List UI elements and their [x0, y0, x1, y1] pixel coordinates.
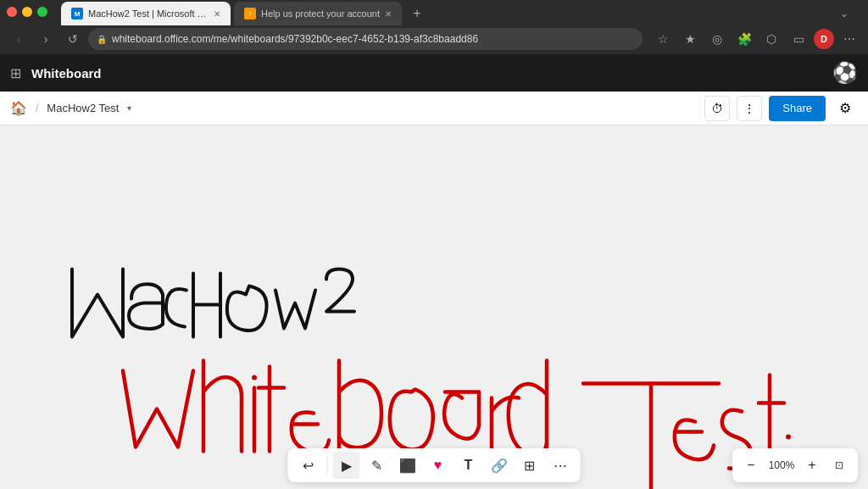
url-input[interactable]: 🔒 whiteboard.office.com/me/whiteboards/9… [88, 28, 643, 50]
app-header: ⊞ Whiteboard ⚽ [0, 54, 868, 92]
extension2-button[interactable]: ⬡ [760, 27, 783, 51]
traffic-lights [7, 7, 47, 17]
minimize-traffic-light[interactable] [22, 7, 32, 17]
breadcrumb-text[interactable]: MacHow2 Test [47, 102, 119, 114]
whiteboard-canvas[interactable] [0, 125, 868, 489]
favorites-button[interactable]: ★ [678, 27, 702, 51]
fit-screen-button[interactable]: ⊡ [827, 453, 851, 477]
drawing-surface [0, 125, 868, 489]
toolbar-divider-1 [327, 457, 328, 474]
share-button[interactable]: Share [769, 96, 826, 121]
zoom-level: 100% [766, 459, 797, 471]
lock-icon: 🔒 [97, 35, 107, 44]
app-grid-icon[interactable]: ⊞ [10, 65, 21, 81]
more-options-button[interactable]: ⋮ [737, 96, 762, 121]
bottom-toolbar: ↩ ▶ ✎ ⬛ ♥ T 🔗 ⊞ ⋯ [288, 448, 581, 482]
tab-title: MacHow2 Test | Microsoft Wh... [88, 8, 209, 19]
home-icon[interactable]: 🏠 [10, 100, 27, 116]
forward-button[interactable]: › [34, 27, 58, 51]
breadcrumb-separator: / [36, 103, 38, 114]
bookmark-button[interactable]: ☆ [651, 27, 675, 51]
url-text: whiteboard.office.com/me/whiteboards/973… [112, 33, 478, 45]
close-traffic-light[interactable] [7, 7, 17, 17]
collections-button[interactable]: ◎ [705, 27, 729, 51]
extensions-button[interactable]: 🧩 [732, 27, 756, 51]
svg-point-0 [252, 375, 257, 381]
app-header-right: ⚽ [832, 61, 858, 85]
new-tab-button[interactable]: + [405, 2, 429, 25]
zoom-in-button[interactable]: + [800, 453, 824, 477]
heart-button[interactable]: ♥ [425, 452, 452, 479]
back-button[interactable]: ‹ [7, 27, 31, 51]
sub-header: 🏠 / MacHow2 Test ▾ ⏱ ⋮ Share ⚙ [0, 92, 868, 125]
tab-more-button[interactable]: ⌄ [834, 2, 854, 25]
tab2-favicon: ! [244, 8, 256, 19]
select-tool-button[interactable]: ▶ [333, 452, 360, 479]
table-button[interactable]: ⊞ [516, 452, 543, 479]
profile-avatar[interactable]: ⚽ [832, 61, 858, 84]
history-button[interactable]: ⏱ [704, 96, 730, 121]
tab2-close-icon[interactable]: ✕ [385, 9, 392, 19]
app-title: Whiteboard [31, 66, 102, 81]
zoom-out-button[interactable]: − [739, 453, 763, 477]
zoom-controls: − 100% + ⊡ [732, 448, 858, 482]
tab-close-icon[interactable]: ✕ [214, 9, 220, 19]
active-tab[interactable]: M MacHow2 Test | Microsoft Wh... ✕ [61, 2, 231, 25]
more-tools-button[interactable]: ⋯ [547, 452, 574, 479]
address-bar: ‹ › ↺ 🔒 whiteboard.office.com/me/whitebo… [0, 24, 868, 54]
svg-point-1 [786, 435, 791, 440]
link-button[interactable]: 🔗 [486, 452, 513, 479]
undo-button[interactable]: ↩ [295, 452, 322, 479]
settings-button[interactable]: ⚙ [832, 96, 858, 121]
sticky-note-button[interactable]: ⬛ [394, 452, 421, 479]
tab-favicon: M [71, 8, 83, 19]
inactive-tab[interactable]: ! Help us protect your account ✕ [234, 2, 402, 25]
breadcrumb-chevron-icon[interactable]: ▾ [127, 103, 131, 113]
refresh-button[interactable]: ↺ [61, 27, 85, 51]
text-tool-button[interactable]: T [455, 452, 482, 479]
maximize-traffic-light[interactable] [37, 7, 47, 17]
canvas-area[interactable]: ↩ ▶ ✎ ⬛ ♥ T 🔗 ⊞ ⋯ − 100% + ⊡ [0, 125, 868, 489]
profile-button[interactable]: D [814, 29, 834, 49]
pen-tool-button[interactable]: ✎ [364, 452, 391, 479]
split-view-button[interactable]: ▭ [787, 27, 810, 51]
browser-more-button[interactable]: ⋯ [837, 27, 861, 51]
tab2-title: Help us protect your account [261, 8, 380, 19]
